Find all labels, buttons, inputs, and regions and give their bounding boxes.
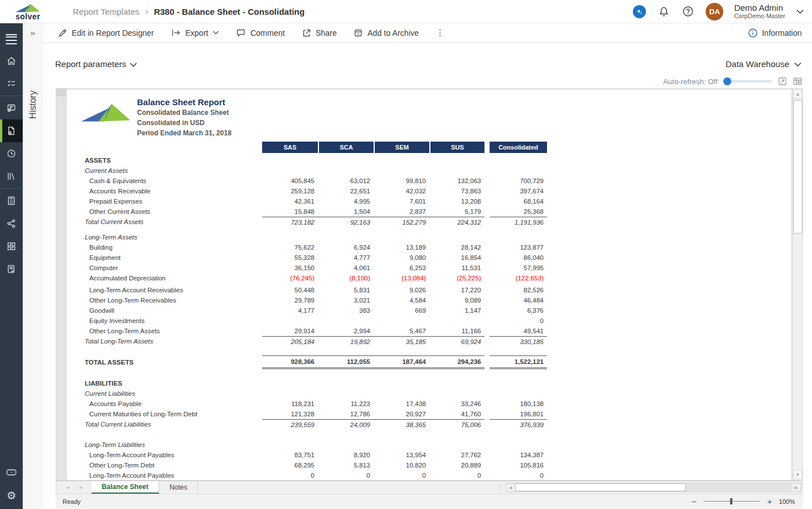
breadcrumb-parent[interactable]: Report Templates <box>73 7 139 16</box>
top-header: solver Report Templates › R380 - Balance… <box>0 0 812 23</box>
zoom-out-button[interactable]: − <box>691 496 697 506</box>
report-viewer-icon[interactable] <box>0 97 23 119</box>
cell-value: 4,061 <box>318 263 374 273</box>
information-label: Information <box>762 28 802 38</box>
avatar[interactable]: DA <box>706 3 723 20</box>
row-label: Current Assets <box>85 165 262 176</box>
table-row: Accounts Payable118,23111,22317,43833,24… <box>85 399 547 409</box>
archived-documents-icon[interactable] <box>0 119 23 142</box>
history-panel-label[interactable]: History <box>23 73 43 136</box>
tasks-checklist-icon[interactable] <box>0 72 23 95</box>
cell-value <box>262 165 318 176</box>
share-button[interactable]: Share <box>302 28 337 38</box>
tab-strip-handle-icon[interactable]: ⋮ <box>495 481 506 494</box>
report-table-head: SASSCASEMSUSConsolidated <box>85 142 547 153</box>
report-parameters-toggle[interactable]: Report parameters <box>55 59 137 69</box>
tab-label: Notes <box>169 483 187 491</box>
cell-value: 22,651 <box>318 186 374 196</box>
cell-value: 19,892 <box>318 336 374 346</box>
sheet-tab-nav: ◄ ► <box>56 481 92 494</box>
table-row <box>85 227 547 232</box>
row-label: Accumulated Depreciation <box>85 273 262 283</box>
scroll-right-icon[interactable]: ► <box>792 483 801 491</box>
cell-value <box>374 155 429 165</box>
table-row: Long-Term Liabilities <box>85 440 547 450</box>
scroll-up-icon[interactable]: ▲ <box>793 89 802 99</box>
scroll-left-icon[interactable]: ◄ <box>506 483 515 491</box>
row-label: Prepaid Expenses <box>85 196 262 206</box>
auto-refresh-controls: Auto-refresh: Off <box>663 77 802 86</box>
cell-value: 9,026 <box>374 285 429 295</box>
chat-icon[interactable] <box>0 461 23 484</box>
slider-knob[interactable] <box>723 77 731 85</box>
tab-notes[interactable]: Notes <box>159 481 198 494</box>
zoom-in-button[interactable]: + <box>767 496 772 506</box>
home-icon[interactable] <box>0 49 23 72</box>
comment-button[interactable]: Comment <box>236 28 285 38</box>
document-check-icon[interactable] <box>0 258 23 280</box>
notifications-bell-icon[interactable] <box>657 5 670 18</box>
open-external-icon[interactable] <box>778 77 787 86</box>
table-view-icon[interactable] <box>793 77 802 86</box>
data-warehouse-selector[interactable]: Data Warehouse <box>726 59 802 69</box>
more-actions-ellipsis-icon[interactable]: ⋮ <box>436 28 445 38</box>
prev-sheet-icon[interactable]: ◄ <box>65 485 71 490</box>
library-books-icon[interactable] <box>0 165 23 188</box>
sidebar-divider <box>0 188 23 189</box>
cell-value: (76,245) <box>262 273 318 283</box>
cell-value: 13,208 <box>429 196 484 206</box>
menu-icon[interactable] <box>0 23 23 46</box>
vertical-scrollbar[interactable]: ▲ ▼ <box>792 89 802 480</box>
table-row: Long-Term Assets <box>85 232 547 242</box>
cell-value: 57,995 <box>490 263 547 273</box>
cell-value: 0 <box>429 470 484 481</box>
export-button[interactable]: Export <box>171 28 219 38</box>
cell-value <box>429 378 484 388</box>
auto-refresh-label: Auto-refresh: Off <box>663 77 718 86</box>
tab-balance-sheet[interactable]: Balance Sheet <box>92 481 159 494</box>
cell-value: 49,541 <box>490 326 547 336</box>
cell-value: 134,387 <box>490 450 547 460</box>
clock-history-icon[interactable] <box>0 142 23 165</box>
cell-value <box>429 316 484 326</box>
cell-value: 41,760 <box>429 409 484 419</box>
gear-icon[interactable]: ⚙ <box>0 484 23 507</box>
cell-value <box>374 440 429 450</box>
row-label: Other Long-Term Debt <box>85 460 262 470</box>
archive-box-icon <box>354 28 363 38</box>
cell-value: 36,150 <box>262 263 318 273</box>
cell-value: 86,040 <box>490 253 547 263</box>
cell-value: 397,674 <box>490 186 547 196</box>
report-title: Balance Sheet Report <box>137 97 225 107</box>
help-icon[interactable] <box>681 5 695 18</box>
cell-value: 63,012 <box>318 176 374 186</box>
row-label: Other Long-Term Assets <box>85 326 262 336</box>
cell-value <box>374 316 429 326</box>
cell-value <box>490 440 547 450</box>
cell-value: 121,328 <box>262 409 318 419</box>
share-nodes-icon[interactable] <box>0 212 23 235</box>
cell-value: 723,182 <box>262 217 318 227</box>
solver-logo[interactable]: solver <box>0 2 56 21</box>
vertical-scroll-thumb[interactable] <box>793 100 802 234</box>
next-sheet-icon[interactable]: ► <box>78 485 84 490</box>
information-button[interactable]: Information <box>748 28 802 38</box>
cell-value <box>374 165 429 176</box>
zoom-slider-thumb[interactable] <box>730 498 732 504</box>
cell-value: 6,253 <box>374 263 429 273</box>
add-to-archive-button[interactable]: Add to Archive <box>354 28 419 38</box>
assistant-sparkle-icon[interactable] <box>633 5 646 18</box>
scroll-down-icon[interactable]: ▼ <box>793 470 802 479</box>
user-menu-chevron-down-icon[interactable] <box>796 6 804 16</box>
auto-refresh-slider[interactable] <box>723 77 772 85</box>
zoom-slider[interactable] <box>703 498 760 504</box>
calculator-icon[interactable] <box>0 189 23 212</box>
cell-value: 5,831 <box>318 285 374 295</box>
cell-value: 68,295 <box>262 460 318 470</box>
dashboard-grid-icon[interactable] <box>0 235 23 258</box>
table-row <box>85 429 547 440</box>
horizontal-scroll-thumb[interactable] <box>515 483 686 491</box>
edit-in-report-designer-button[interactable]: Edit in Report Designer <box>58 28 154 38</box>
horizontal-scrollbar[interactable]: ◄ ► <box>506 483 801 492</box>
expand-panel-icon[interactable]: » <box>23 28 43 38</box>
